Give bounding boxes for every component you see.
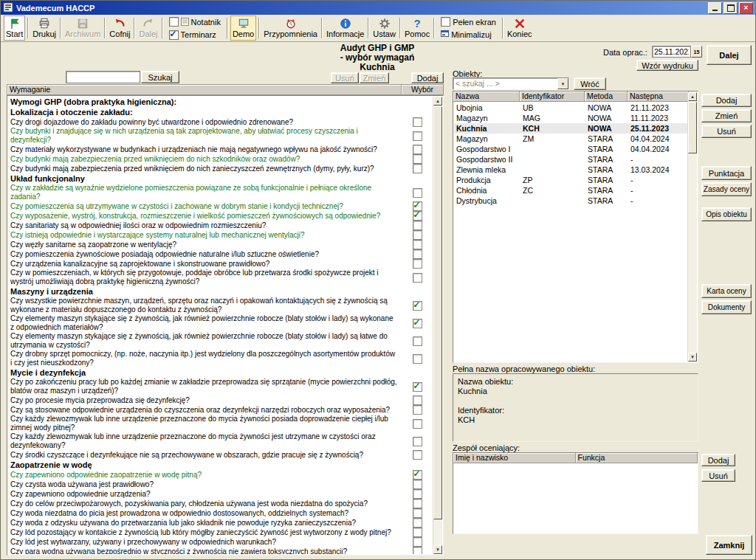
requirement-checkbox[interactable] [413,117,422,127]
team-delete-button[interactable]: Usuń [701,469,735,482]
requirements-col-wymaganie[interactable]: Wymaganie [7,85,401,94]
object-row[interactable]: UbojniaUBNOWA21.11.2023 [454,103,688,113]
objects-col-metoda[interactable]: Metoda [585,91,628,102]
scroll-up-icon[interactable]: ▲ [433,97,442,106]
requirements-col-wybor[interactable]: Wybór [401,85,443,94]
notatnik-checkbox[interactable] [169,17,179,27]
scrollbar-thumb[interactable] [433,106,442,519]
print-template-button[interactable]: Wzór wydruku [636,60,698,71]
fullscreen-checkbox[interactable] [441,17,450,27]
requirement-checkbox[interactable] [413,319,422,328]
search-button[interactable]: Szukaj [141,71,179,83]
requirement-checkbox[interactable] [413,211,422,221]
requirement-checkbox[interactable] [413,537,422,547]
requirement-checkbox[interactable] [413,437,422,446]
requirement-add-button[interactable]: Dodaj [411,72,444,83]
requirement-checkbox[interactable] [413,499,422,508]
requirement-checkbox[interactable] [413,480,422,489]
scroll-up-icon[interactable]: ▲ [688,92,697,101]
date-oprac-input[interactable] [652,46,691,58]
terminarz-checkbox[interactable] [169,30,179,40]
object-row[interactable]: Gospodarstwo ISTARA04.04.2024 [454,144,688,154]
object-row[interactable]: MagazynMAGNOWA11.11.2023 [454,113,688,123]
requirement-checkbox[interactable] [413,221,422,230]
documents-button[interactable]: Dokumenty [701,300,752,314]
object-add-button[interactable]: Dodaj [701,94,752,107]
toolbar-start-button[interactable]: Start [4,15,25,41]
object-row[interactable]: MagazynZMSTARA04.04.2024 [454,134,688,144]
requirement-checkbox[interactable] [413,249,422,259]
notatnik-toggle[interactable]: Notatnik [169,17,221,27]
back-button[interactable]: Wróć [574,77,606,90]
requirement-checkbox[interactable] [413,405,422,415]
requirement-checkbox[interactable] [413,470,422,480]
objects-col-nastepna[interactable]: Następna [628,91,689,102]
requirement-checkbox[interactable] [413,382,422,392]
requirement-checkbox[interactable] [413,259,422,269]
toolbar-demo-button[interactable]: Demo [230,15,256,41]
object-row[interactable]: Gospodarstwo IISTARA- [454,154,688,165]
scroll-down-icon[interactable]: ▼ [433,545,442,554]
team-col-function[interactable]: Funkcja [576,453,698,463]
requirement-checkbox[interactable] [413,164,422,173]
minimize-button[interactable] [708,2,722,14]
objects-col-nazwa[interactable]: Nazwa [453,91,520,102]
requirement-edit-button[interactable]: Zmień [360,72,389,83]
objects-col-identyfikator[interactable]: Identyfikator [520,91,585,102]
object-row[interactable]: KuchniaKCHNOWA25.11.2023 [454,123,688,134]
requirement-checkbox[interactable] [413,188,422,198]
requirements-search-input[interactable] [66,71,140,83]
requirement-checkbox[interactable] [413,450,422,460]
next-button[interactable]: Dalej [707,45,752,65]
toolbar-print-button[interactable]: Drukuj [31,15,58,41]
requirement-delete-button[interactable]: Usuń [331,72,359,83]
requirement-checkbox[interactable] [413,230,422,240]
object-row[interactable]: DystrybucjaSTARA- [454,196,688,206]
object-description-button[interactable]: Opis obiektu [701,207,752,221]
maximize-button[interactable] [724,2,738,14]
toolbar-settings-button[interactable]: Ustaw [371,15,397,41]
requirement-checkbox[interactable] [413,395,422,405]
requirements-scrollbar[interactable]: ▲ ▼ [433,97,442,554]
scoring-button[interactable]: Punktacja [701,166,752,180]
toolbar-help-button[interactable]: ? Pomoc [403,15,431,41]
minimize-app-button[interactable]: Minimalizuj [441,30,496,39]
fullscreen-toggle[interactable]: Pełen ekran [441,17,496,27]
requirement-checkbox[interactable] [413,336,422,346]
scoring-rules-button[interactable]: Zasady oceny [701,182,752,196]
requirement-checkbox[interactable] [413,489,422,499]
object-row[interactable]: Zlewnia mlekaSTARA13.03.2024 [454,165,688,175]
date-picker-button[interactable]: 15 [691,46,702,58]
object-row[interactable]: ChłodniaZCSTARA- [454,185,688,196]
terminarz-toggle[interactable]: Terminarz [169,30,221,40]
toolbar-undo-button[interactable]: Cofnij [108,15,131,41]
requirement-checkbox[interactable] [413,518,422,528]
requirement-checkbox[interactable] [413,301,422,311]
toolbar-reminders-button[interactable]: Przypomnienia [262,15,319,41]
requirement-checkbox[interactable] [413,240,422,249]
scroll-down-icon[interactable]: ▼ [688,353,697,362]
requirement-checkbox[interactable] [413,528,422,537]
requirement-checkbox[interactable] [413,273,422,283]
object-delete-button[interactable]: Usuń [701,125,752,138]
requirement-checkbox[interactable] [413,547,422,554]
team-add-button[interactable]: Dodaj [701,454,735,466]
toolbar-archive-button[interactable]: Archiwum [63,15,102,41]
close-window-button[interactable]: Zamknij [706,535,752,555]
objects-scrollbar[interactable]: ▲ ▼ [687,92,697,362]
toolbar-exit-button[interactable]: Koniec [506,15,534,41]
score-card-button[interactable]: Karta oceny [701,284,752,298]
requirement-checkbox[interactable] [413,508,422,518]
team-col-name[interactable]: Imię i nazwisko [453,453,576,463]
object-edit-button[interactable]: Zmień [701,109,752,122]
requirement-checkbox[interactable] [413,145,422,154]
object-row[interactable]: ProdukcjaZPSTARA- [454,175,688,185]
toolbar-info-button[interactable]: Informacje [325,15,365,41]
toolbar-forward-button[interactable]: Dalej [137,15,159,41]
requirement-checkbox[interactable] [413,154,422,164]
requirement-checkbox[interactable] [413,131,422,141]
requirement-checkbox[interactable] [413,419,422,429]
combo-dropdown-icon[interactable]: ▼ [557,78,568,89]
close-button[interactable]: × [739,2,753,14]
scrollbar-thumb[interactable] [688,102,697,153]
